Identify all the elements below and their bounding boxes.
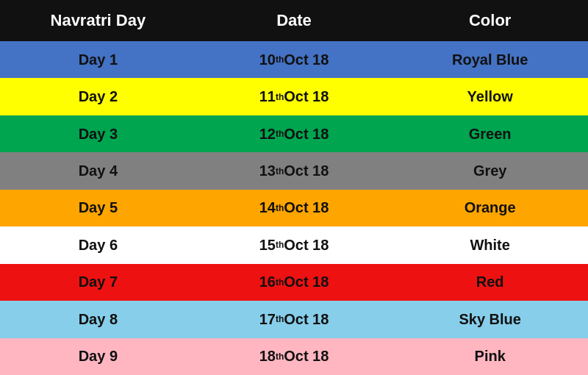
color-cell-1: Royal Blue	[392, 41, 588, 78]
day-cell-1: Day 1	[0, 41, 196, 78]
table-row: Day 918th Oct 18Pink	[0, 338, 588, 375]
day-cell-4: Day 4	[0, 152, 196, 189]
navratri-table: Navratri Day Date Color Day 110th Oct 18…	[0, 0, 588, 375]
color-cell-4: Grey	[392, 152, 588, 189]
color-cell-6: White	[392, 226, 588, 263]
table-row: Day 312th Oct 18Green	[0, 115, 588, 152]
table-row: Day 514th Oct 18Orange	[0, 190, 588, 226]
header-date: Date	[196, 0, 392, 41]
table-header: Navratri Day Date Color	[0, 0, 588, 41]
color-cell-7: Red	[392, 264, 588, 301]
table-row: Day 211th Oct 18Yellow	[0, 78, 588, 115]
color-cell-8: Sky Blue	[392, 301, 588, 338]
date-cell-7: 16th Oct 18	[196, 264, 392, 301]
date-cell-6: 15th Oct 18	[196, 226, 392, 263]
table-row: Day 413th Oct 18Grey	[0, 152, 588, 189]
header-color: Color	[392, 0, 588, 41]
day-cell-3: Day 3	[0, 115, 196, 152]
table-row: Day 110th Oct 18Royal Blue	[0, 41, 588, 78]
day-cell-9: Day 9	[0, 338, 196, 375]
date-cell-4: 13th Oct 18	[196, 152, 392, 189]
day-cell-5: Day 5	[0, 190, 196, 226]
color-cell-3: Green	[392, 115, 588, 152]
day-cell-6: Day 6	[0, 226, 196, 263]
date-cell-1: 10th Oct 18	[196, 41, 392, 78]
date-cell-8: 17th Oct 18	[196, 301, 392, 338]
table-row: Day 615th Oct 18White	[0, 226, 588, 263]
date-cell-9: 18th Oct 18	[196, 338, 392, 375]
date-cell-3: 12th Oct 18	[196, 115, 392, 152]
date-cell-2: 11th Oct 18	[196, 78, 392, 115]
color-cell-9: Pink	[392, 338, 588, 375]
day-cell-2: Day 2	[0, 78, 196, 115]
date-cell-5: 14th Oct 18	[196, 190, 392, 226]
color-cell-5: Orange	[392, 190, 588, 226]
table-row: Day 817th Oct 18Sky Blue	[0, 301, 588, 338]
day-cell-7: Day 7	[0, 264, 196, 301]
table-row: Day 716th Oct 18Red	[0, 264, 588, 301]
header-navratri-day: Navratri Day	[0, 0, 196, 41]
color-cell-2: Yellow	[392, 78, 588, 115]
day-cell-8: Day 8	[0, 301, 196, 338]
